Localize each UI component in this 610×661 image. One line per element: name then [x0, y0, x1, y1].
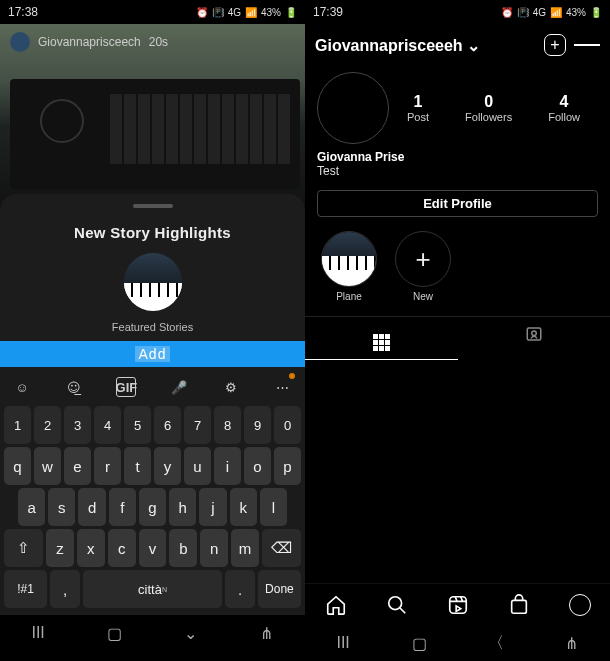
key-r[interactable]: r	[94, 447, 121, 485]
key-space[interactable]: cittàN	[83, 570, 222, 608]
status-bar: 17:39 ⏰ 📳 4G 📶 43% 🔋	[305, 0, 610, 24]
key-0[interactable]: 0	[274, 406, 301, 444]
tab-tagged[interactable]	[458, 317, 611, 360]
sticker-icon[interactable]: ☺̲	[64, 377, 84, 397]
nav-home[interactable]	[324, 593, 348, 617]
key-j[interactable]: j	[199, 488, 226, 526]
sheet-handle[interactable]	[133, 204, 173, 208]
key-m[interactable]: m	[231, 529, 259, 567]
key-w[interactable]: w	[34, 447, 61, 485]
stat-followers[interactable]: 0 Followers	[465, 93, 512, 123]
battery-icon: 🔋	[285, 7, 297, 18]
stat-posts[interactable]: 1 Post	[407, 93, 429, 123]
key-1[interactable]: 1	[4, 406, 31, 444]
key-o[interactable]: o	[244, 447, 271, 485]
key-8[interactable]: 8	[214, 406, 241, 444]
key-i[interactable]: i	[214, 447, 241, 485]
tab-grid[interactable]	[305, 317, 458, 360]
key-d[interactable]: d	[78, 488, 105, 526]
edit-profile-button[interactable]: Edit Profile	[317, 190, 598, 217]
vibrate-icon: 📳	[517, 7, 529, 18]
key-shift[interactable]: ⇧	[4, 529, 43, 567]
nav-reels[interactable]	[446, 593, 470, 617]
chevron-down-icon: ⌄	[467, 37, 480, 54]
key-6[interactable]: 6	[154, 406, 181, 444]
alarm-icon: ⏰	[196, 7, 208, 18]
vibrate-icon: 📳	[212, 7, 224, 18]
key-comma[interactable]: ,	[50, 570, 80, 608]
key-l[interactable]: l	[260, 488, 287, 526]
highlight-add[interactable]: + New	[395, 231, 451, 302]
key-5[interactable]: 5	[124, 406, 151, 444]
key-x[interactable]: x	[77, 529, 105, 567]
highlight-name-value: Add	[135, 346, 171, 362]
battery-icon: 🔋	[590, 7, 602, 18]
key-period[interactable]: .	[225, 570, 255, 608]
emoji-icon[interactable]: ☺	[12, 377, 32, 397]
profile-content	[305, 360, 610, 583]
key-symbols[interactable]: !#1	[4, 570, 47, 608]
more-icon[interactable]: ⋯	[273, 377, 293, 397]
nav-keyboard-hide[interactable]: ⌄	[176, 623, 206, 643]
key-y[interactable]: y	[154, 447, 181, 485]
gif-icon[interactable]: GIF	[116, 377, 136, 397]
key-done[interactable]: Done	[258, 570, 301, 608]
mic-icon[interactable]: 🎤	[169, 377, 189, 397]
key-a[interactable]: a	[18, 488, 45, 526]
key-2[interactable]: 2	[34, 406, 61, 444]
nav-back[interactable]: 〈	[481, 633, 511, 653]
key-v[interactable]: v	[139, 529, 167, 567]
key-s[interactable]: s	[48, 488, 75, 526]
key-g[interactable]: g	[139, 488, 166, 526]
key-u[interactable]: u	[184, 447, 211, 485]
new-post-button[interactable]: +	[542, 32, 568, 58]
key-z[interactable]: z	[46, 529, 74, 567]
key-f[interactable]: f	[109, 488, 136, 526]
highlight-name-input[interactable]: Add	[0, 341, 305, 367]
story-age: 20s	[149, 35, 168, 49]
key-c[interactable]: c	[108, 529, 136, 567]
battery-text: 43%	[261, 7, 281, 18]
profile-bio: Test	[317, 164, 598, 178]
stat-following[interactable]: 4 Follow	[548, 93, 580, 123]
highlight-item[interactable]: Plane	[321, 231, 377, 302]
key-k[interactable]: k	[230, 488, 257, 526]
key-n[interactable]: n	[200, 529, 228, 567]
nav-recents[interactable]: III	[328, 633, 358, 653]
status-time: 17:39	[313, 5, 343, 19]
settings-icon[interactable]: ⚙	[221, 377, 241, 397]
nav-home[interactable]: ▢	[404, 633, 434, 653]
key-b[interactable]: b	[169, 529, 197, 567]
key-e[interactable]: e	[64, 447, 91, 485]
story-author-name[interactable]: Giovannaprisceech	[38, 35, 141, 49]
profile-username-dropdown[interactable]: Giovannaprisceeeh ⌄	[315, 36, 536, 55]
nav-profile[interactable]	[568, 593, 592, 617]
key-q[interactable]: q	[4, 447, 31, 485]
key-3[interactable]: 3	[64, 406, 91, 444]
instagram-bottom-nav	[305, 583, 610, 625]
nav-search[interactable]	[385, 593, 409, 617]
nav-accessibility[interactable]: ⋔	[252, 623, 282, 643]
nav-home[interactable]: ▢	[99, 623, 129, 643]
nav-shop[interactable]	[507, 593, 531, 617]
nav-accessibility[interactable]: ⋔	[557, 633, 587, 653]
profile-avatar[interactable]	[317, 72, 389, 144]
signal-icon: 📶	[550, 7, 562, 18]
story-viewer[interactable]: Giovannaprisceech 20s	[0, 24, 305, 210]
key-p[interactable]: p	[274, 447, 301, 485]
key-t[interactable]: t	[124, 447, 151, 485]
svg-rect-0	[527, 328, 541, 340]
key-9[interactable]: 9	[244, 406, 271, 444]
android-nav: III ▢ ⌄ ⋔	[0, 615, 305, 651]
menu-button[interactable]	[574, 32, 600, 58]
key-backspace[interactable]: ⌫	[262, 529, 301, 567]
key-h[interactable]: h	[169, 488, 196, 526]
svg-point-1	[532, 331, 537, 336]
key-4[interactable]: 4	[94, 406, 121, 444]
key-7[interactable]: 7	[184, 406, 211, 444]
status-bar: 17:38 ⏰ 📳 4G 📶 43% 🔋	[0, 0, 305, 24]
story-author-avatar[interactable]	[10, 32, 30, 52]
nav-recents[interactable]: III	[23, 623, 53, 643]
highlight-cover-thumb[interactable]	[124, 253, 182, 311]
sheet-title: New Story Highlights	[0, 218, 305, 253]
